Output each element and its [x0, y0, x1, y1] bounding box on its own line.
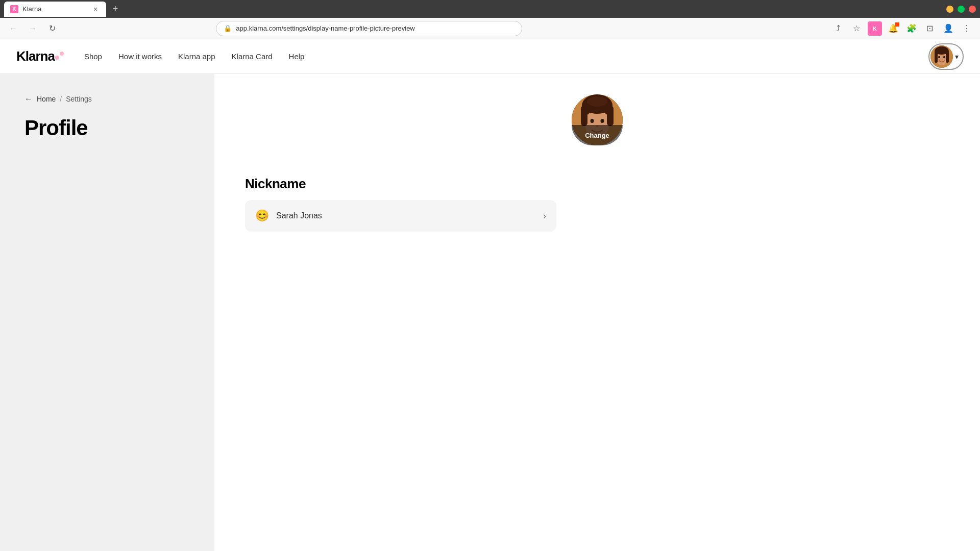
address-bar: ← → ↻ 🔒 app.klarna.com/settings/display-… — [0, 18, 980, 39]
user-menu-button[interactable]: ▾ — [928, 43, 964, 70]
left-panel: ← Home / Settings Profile — [0, 74, 214, 551]
breadcrumb-separator: / — [60, 95, 62, 103]
nav-help[interactable]: Help — [289, 52, 305, 61]
svg-point-18 — [587, 96, 607, 107]
nav-menu: Shop How it works Klarna app Klarna Card… — [84, 52, 928, 61]
tab-title: Klarna — [22, 5, 42, 13]
nav-klarna-app[interactable]: Klarna app — [178, 52, 215, 61]
nav-how-it-works[interactable]: How it works — [118, 52, 162, 61]
lock-icon: 🔒 — [224, 24, 232, 32]
toolbar-icons: ⤴ ☆ K 🔔 🧩 ⊡ 👤 ⋮ — [831, 21, 974, 36]
user-menu-chevron: ▾ — [955, 53, 959, 61]
maximize-button[interactable] — [958, 6, 965, 13]
smiley-icon: 😊 — [255, 209, 269, 222]
close-button[interactable] — [969, 6, 976, 13]
svg-point-8 — [935, 46, 948, 55]
new-tab-button[interactable]: + — [108, 2, 122, 16]
extensions-icon[interactable]: 🧩 — [904, 21, 919, 36]
svg-point-12 — [591, 119, 594, 123]
nickname-row[interactable]: 😊 Sarah Jonas › — [245, 200, 556, 232]
back-arrow-icon[interactable]: ← — [24, 94, 33, 104]
page-title: Profile — [24, 116, 190, 140]
breadcrumb: ← Home / Settings — [24, 94, 190, 104]
nickname-value: Sarah Jonas — [276, 211, 536, 220]
svg-point-13 — [601, 119, 604, 123]
main-content: ← Home / Settings Profile — [0, 74, 980, 551]
nav-shop[interactable]: Shop — [84, 52, 102, 61]
site-header: Klarna. Shop How it works Klarna app Kla… — [0, 39, 980, 74]
tab-bar: K Klarna × + — [0, 0, 980, 18]
address-field[interactable]: 🔒 app.klarna.com/settings/display-name-p… — [216, 21, 522, 36]
profile-icon[interactable]: 👤 — [941, 21, 955, 36]
share-icon[interactable]: ⤴ — [831, 21, 845, 36]
refresh-button[interactable]: ↻ — [45, 21, 59, 36]
nav-klarna-card[interactable]: Klarna Card — [232, 52, 273, 61]
minimize-button[interactable] — [946, 6, 953, 13]
svg-point-4 — [938, 56, 940, 58]
header-right: ▾ — [928, 43, 964, 70]
back-button[interactable]: ← — [6, 21, 20, 36]
forward-button[interactable]: → — [26, 21, 40, 36]
tab-close-button[interactable]: × — [91, 5, 100, 14]
profile-picture-change-button[interactable]: Change — [572, 94, 623, 145]
breadcrumb-current: Settings — [66, 95, 92, 103]
klarna-extension-icon[interactable]: K — [868, 21, 882, 36]
menu-icon[interactable]: ⋮ — [960, 21, 974, 36]
klarna-app: Klarna. Shop How it works Klarna app Kla… — [0, 39, 980, 551]
header-avatar — [930, 45, 953, 68]
bookmark-icon[interactable]: ☆ — [849, 21, 864, 36]
svg-point-5 — [943, 56, 945, 58]
notifications-icon[interactable]: 🔔 — [886, 21, 900, 36]
url-text: app.klarna.com/settings/display-name-pro… — [236, 24, 514, 32]
split-view-icon[interactable]: ⊡ — [923, 21, 937, 36]
active-tab[interactable]: K Klarna × — [4, 2, 106, 17]
profile-pic-section: Change — [245, 94, 949, 145]
tab-favicon: K — [10, 5, 18, 13]
breadcrumb-home-link[interactable]: Home — [37, 95, 56, 103]
right-panel: Change Nickname 😊 Sarah Jonas › — [214, 74, 980, 551]
profile-pic-overlay: Change — [572, 125, 623, 145]
chevron-right-icon: › — [543, 211, 546, 221]
nickname-title: Nickname — [245, 176, 556, 192]
klarna-logo[interactable]: Klarna. — [16, 48, 64, 64]
change-label: Change — [585, 132, 609, 139]
nickname-section: Nickname 😊 Sarah Jonas › — [245, 176, 556, 232]
